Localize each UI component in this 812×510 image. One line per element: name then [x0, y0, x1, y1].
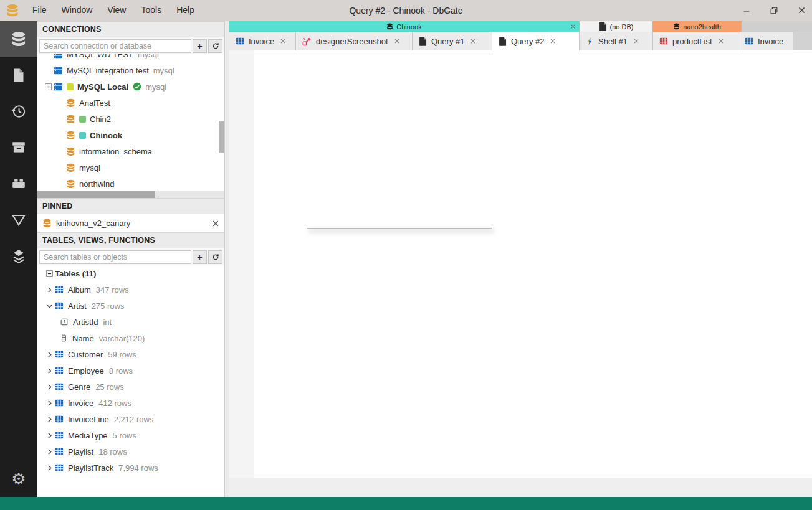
refresh-objects-icon[interactable]	[208, 250, 222, 264]
rail-history-icon[interactable]	[0, 93, 37, 130]
dbgate-window: FileWindowViewToolsHelp Query #2 - Chino…	[0, 0, 812, 510]
editor-code[interactable]	[254, 50, 812, 478]
close-tab-icon[interactable]	[550, 38, 556, 44]
close-group-icon[interactable]	[570, 24, 576, 29]
menu-window[interactable]: Window	[54, 0, 100, 21]
database-name: mysql	[79, 163, 100, 172]
rail-layers-icon[interactable]	[0, 238, 37, 274]
column-type: int	[103, 318, 112, 327]
menu-tools[interactable]: Tools	[133, 0, 169, 21]
tab-designerscreenshot[interactable]: designerScreenshot	[296, 32, 413, 50]
refresh-connections-icon[interactable]	[208, 39, 222, 53]
table-row-mediatype[interactable]: MediaType5 rows	[37, 427, 224, 443]
chevron-right-icon[interactable]	[44, 465, 55, 471]
tab-invoice[interactable]: Invoice	[738, 32, 793, 50]
menu-file[interactable]: File	[25, 0, 54, 21]
connection-search-input[interactable]	[39, 39, 191, 53]
database-northwind[interactable]: northwind	[37, 176, 224, 192]
chevron-right-icon[interactable]	[44, 416, 55, 423]
chevron-right-icon[interactable]	[44, 432, 55, 439]
table-icon	[55, 431, 64, 440]
chevron-right-icon[interactable]	[44, 400, 55, 407]
rail-file-icon[interactable]	[0, 57, 37, 93]
connection-mysql-wd-test[interactable]: MYSQL WD TESTmysql	[37, 54, 224, 62]
close-button[interactable]	[796, 5, 807, 16]
database-chin2[interactable]: Chin2	[37, 111, 224, 127]
database-analtest[interactable]: AnalTest	[37, 95, 224, 111]
connections-horizontal-scrollbar[interactable]	[37, 191, 224, 198]
connection-mysql-integration-test[interactable]: MySQL integration testmysql	[37, 62, 224, 78]
collapse-icon[interactable]	[42, 83, 54, 91]
unpin-close-icon[interactable]	[212, 220, 219, 227]
chevron-right-icon[interactable]	[44, 384, 55, 390]
settings-gear-icon[interactable]: ⚙	[0, 461, 37, 497]
table-icon	[55, 447, 64, 456]
connections-vertical-scrollbar[interactable]	[219, 121, 224, 153]
database-color-swatch	[79, 116, 86, 123]
table-row-genre[interactable]: Genre25 rows	[37, 379, 224, 395]
pinned-item-knihovna-v2-canary[interactable]: knihovna_v2_canary	[37, 214, 224, 232]
tab-productlist[interactable]: productList	[653, 32, 738, 50]
tab-query-1[interactable]: Query #1	[413, 32, 492, 50]
restore-button[interactable]	[768, 5, 780, 16]
row-count: 275 rows	[92, 301, 125, 311]
add-object-button[interactable]: +	[193, 250, 207, 264]
tab-invoice[interactable]: Invoice	[229, 32, 296, 50]
designer-icon	[302, 37, 312, 46]
table-row-playlist[interactable]: Playlist18 rows	[37, 443, 224, 460]
sql-editor[interactable]	[229, 50, 812, 478]
column-type: varchar(120)	[99, 334, 145, 343]
tab-group-nano2health[interactable]: nano2health	[653, 21, 742, 32]
query-toolbar	[229, 478, 812, 497]
column-row-name[interactable]: Namevarchar(120)	[37, 330, 224, 346]
close-tab-icon[interactable]	[718, 38, 724, 44]
column-name: Name	[72, 334, 94, 343]
table-icon	[55, 463, 64, 472]
row-count: 59 rows	[108, 350, 136, 359]
tables-group-header[interactable]: Tables (11)	[37, 265, 224, 281]
table-row-artist[interactable]: Artist275 rows	[37, 298, 224, 314]
rail-archive-icon[interactable]	[0, 130, 37, 166]
database-chinook[interactable]: Chinook	[37, 127, 224, 143]
database-mysql[interactable]: mysql	[37, 159, 224, 176]
main-area: Chinook(no DB)nano2health Invoicedesigne…	[229, 21, 812, 497]
minimize-button[interactable]	[741, 5, 752, 16]
server-icon	[54, 82, 63, 92]
rail-plugins-icon[interactable]	[0, 166, 37, 202]
tab-group-chinook[interactable]: Chinook	[229, 21, 580, 32]
chevron-right-icon[interactable]	[44, 351, 55, 358]
database-icon	[66, 98, 75, 108]
table-row-playlisttrack[interactable]: PlaylistTrack7,994 rows	[37, 460, 224, 476]
rail-database-icon[interactable]	[0, 21, 37, 57]
table-row-employee[interactable]: Employee8 rows	[37, 362, 224, 379]
chevron-right-icon[interactable]	[44, 286, 55, 293]
title-bar: FileWindowViewToolsHelp Query #2 - Chino…	[0, 0, 812, 21]
column-row-artistid[interactable]: 1ArtistIdint	[37, 314, 224, 330]
tab-group-no-db[interactable]: (no DB)	[580, 21, 653, 32]
table-row-customer[interactable]: Customer59 rows	[37, 346, 224, 362]
table-row-invoice[interactable]: Invoice412 rows	[37, 395, 224, 411]
connection-name: MySQL integration test	[67, 66, 149, 75]
table-row-invoiceline[interactable]: InvoiceLine2,212 rows	[37, 411, 224, 427]
tab-query-2[interactable]: Query #2	[492, 32, 580, 50]
menu-view[interactable]: View	[100, 0, 133, 21]
connection-name: MYSQL WD TEST	[67, 54, 133, 59]
close-tab-icon[interactable]	[394, 38, 400, 44]
table-row-album[interactable]: Album347 rows	[37, 281, 224, 298]
chevron-right-icon[interactable]	[44, 448, 55, 455]
tab-shell-1[interactable]: Shell #1	[580, 32, 653, 50]
close-tab-icon[interactable]	[470, 38, 476, 44]
rail-filter-icon[interactable]	[0, 202, 37, 238]
collapse-icon[interactable]	[44, 270, 55, 278]
add-connection-button[interactable]: +	[193, 39, 207, 53]
chevron-right-icon[interactable]	[44, 367, 55, 374]
panel-splitter[interactable]	[225, 21, 229, 497]
connection-mysql-local[interactable]: MySQL Localmysql	[37, 78, 224, 95]
objects-search-input[interactable]	[39, 250, 191, 264]
close-tab-icon[interactable]	[633, 38, 639, 44]
tabs-row: InvoicedesignerScreenshotQuery #1Query #…	[229, 32, 812, 50]
chevron-down-icon[interactable]	[44, 303, 55, 309]
close-tab-icon[interactable]	[280, 38, 286, 44]
menu-help[interactable]: Help	[169, 0, 202, 21]
database-information-schema[interactable]: information_schema	[37, 143, 224, 159]
